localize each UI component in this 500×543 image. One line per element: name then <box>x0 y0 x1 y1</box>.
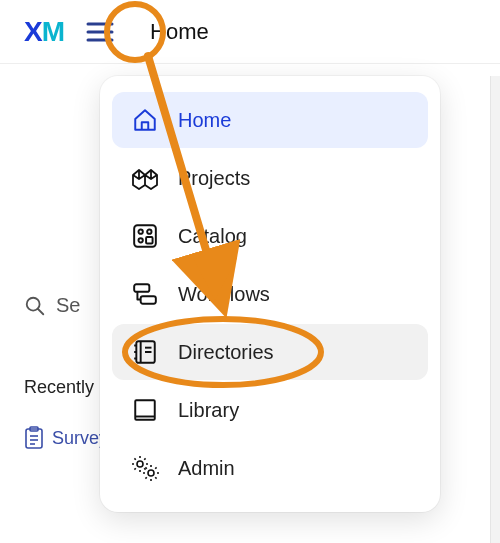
directories-icon <box>130 337 160 367</box>
svg-point-11 <box>139 230 143 234</box>
svg-rect-15 <box>134 284 149 292</box>
workflows-icon <box>130 279 160 309</box>
main-nav-menu: Home Projects Catalog <box>100 76 440 512</box>
admin-icon <box>130 453 160 483</box>
nav-item-label: Library <box>178 399 239 422</box>
nav-item-label: Projects <box>178 167 250 190</box>
projects-icon <box>130 163 160 193</box>
svg-point-13 <box>139 238 143 242</box>
nav-item-directories[interactable]: Directories <box>112 324 428 380</box>
nav-item-workflows[interactable]: Workflows <box>112 266 428 322</box>
svg-point-27 <box>148 470 154 476</box>
logo: XM <box>24 16 64 48</box>
nav-item-label: Workflows <box>178 283 270 306</box>
svg-rect-14 <box>146 237 153 244</box>
nav-item-library[interactable]: Library <box>112 382 428 438</box>
logo-letter-x: X <box>24 16 42 47</box>
home-icon <box>130 105 160 135</box>
catalog-icon <box>130 221 160 251</box>
library-icon <box>130 395 160 425</box>
logo-letter-m: M <box>42 16 64 47</box>
svg-line-4 <box>38 308 44 314</box>
right-gutter <box>490 76 500 543</box>
svg-point-26 <box>137 461 143 467</box>
svg-rect-16 <box>141 296 156 304</box>
top-bar: XM Home <box>0 0 500 64</box>
page-title: Home <box>150 19 209 45</box>
nav-item-label: Admin <box>178 457 235 480</box>
svg-rect-5 <box>26 429 42 448</box>
nav-item-label: Catalog <box>178 225 247 248</box>
search-text-partial: Se <box>56 294 80 317</box>
svg-point-12 <box>147 230 151 234</box>
clipboard-icon <box>24 426 44 450</box>
hamburger-icon <box>86 22 114 42</box>
hamburger-menu-button[interactable] <box>74 6 126 58</box>
nav-item-admin[interactable]: Admin <box>112 440 428 496</box>
nav-item-home[interactable]: Home <box>112 92 428 148</box>
search-icon <box>24 295 46 317</box>
nav-item-label: Directories <box>178 341 274 364</box>
nav-item-projects[interactable]: Projects <box>112 150 428 206</box>
nav-item-catalog[interactable]: Catalog <box>112 208 428 264</box>
nav-item-label: Home <box>178 109 231 132</box>
